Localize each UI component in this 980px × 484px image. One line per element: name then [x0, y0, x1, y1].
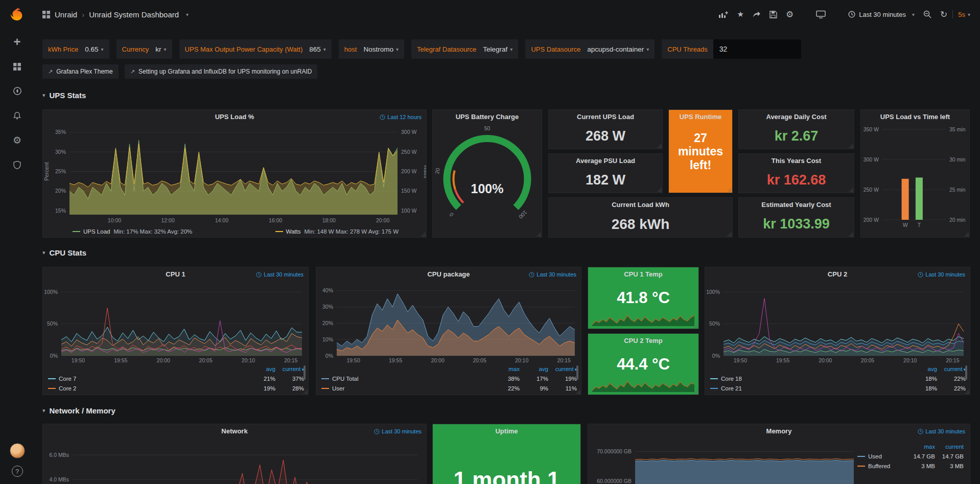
panel-resize-handle[interactable] [964, 232, 969, 237]
share-button[interactable] [753, 11, 761, 18]
panel-title[interactable]: This Years Cost [739, 154, 854, 168]
panel-resize-handle[interactable] [727, 188, 732, 192]
memory-chart[interactable]: 50.000000 GB60.000000 GB70.000000 GB [588, 439, 860, 484]
sidebar-alerting-button[interactable] [0, 103, 34, 128]
panel-title[interactable]: CPU 2 Temp [588, 334, 698, 348]
link-ups-monitoring-guide[interactable]: ↗ Setting up Grafana and InfluxDB for UP… [125, 64, 318, 79]
legend-sort-max[interactable]: max [906, 444, 935, 450]
variable-value-dropdown[interactable]: Nostromo▾ [362, 45, 404, 53]
panel-title[interactable]: Current UPS Load [549, 110, 662, 124]
cycle-view-button[interactable] [816, 10, 826, 18]
panel-title[interactable]: Estimated Yearly Cost [739, 198, 854, 212]
chevron-down-icon[interactable]: ▾ [186, 12, 189, 17]
legend-value: 38% [491, 376, 520, 382]
cpu1-chart[interactable]: 0%50%100%19:5019:5520:0020:0520:1020:15 [43, 282, 308, 365]
panel-resize-handle[interactable] [536, 232, 541, 237]
variable-value-dropdown[interactable]: apcupsd-container▾ [586, 45, 655, 53]
row-header-network-memory[interactable]: ▾ Network / Memory [42, 406, 115, 415]
sidebar-dashboards-button[interactable] [0, 54, 34, 79]
legend-scrollbar[interactable] [576, 365, 578, 380]
stat-value: 182 W [549, 172, 662, 188]
legend-scrollbar[interactable] [965, 365, 967, 380]
panel-title[interactable]: UPS Battery Charge [433, 110, 542, 124]
variable-value-dropdown[interactable]: 865▾ [308, 45, 332, 53]
legend-sort-current[interactable]: current▾ [548, 366, 577, 372]
network-chart[interactable]: 2.0 MBs4.0 MBs6.0 MBs [43, 439, 426, 484]
sidebar-configuration-button[interactable]: ⚙ [0, 128, 34, 152]
ups-load-chart[interactable]: 15%20%25%30%35%100 W150 W200 W250 W300 W… [43, 124, 426, 225]
legend-series[interactable]: User [321, 385, 491, 391]
panel-title[interactable]: Uptime [433, 424, 580, 439]
sidebar-create-button[interactable]: + [0, 30, 34, 54]
svg-text:W: W [903, 222, 908, 228]
panel-title[interactable]: Network [43, 424, 426, 439]
refresh-interval-picker[interactable]: 5s ▾ [958, 11, 970, 18]
legend-sort-avg[interactable]: avg [247, 366, 275, 372]
dashboard-settings-button[interactable]: ⚙ [786, 9, 794, 20]
variable-value-dropdown[interactable]: 0.65▾ [84, 45, 109, 53]
variable-value-dropdown[interactable]: Telegraf▾ [482, 45, 518, 53]
legend-series[interactable]: Buffered [857, 463, 906, 469]
panel-title[interactable]: UPS Load vs Time left [861, 110, 969, 124]
panel-resize-handle[interactable] [849, 144, 853, 148]
add-panel-button[interactable] [718, 11, 728, 18]
panel-title[interactable]: UPS Load % [43, 110, 426, 124]
variable-value-dropdown[interactable]: kr▾ [154, 45, 172, 53]
panel-title[interactable]: Current Load kWh [549, 198, 732, 212]
save-button[interactable] [769, 11, 777, 18]
cpu-package-chart[interactable]: 0%10%20%30%40%19:5019:5520:0020:0520:102… [316, 282, 581, 365]
panel-resize-handle[interactable] [849, 188, 853, 192]
legend-sort-avg[interactable]: avg [908, 366, 937, 372]
legend-value: 22% [937, 376, 966, 382]
legend-series[interactable]: CPU Total [321, 376, 491, 382]
legend-scrollbar[interactable] [304, 365, 306, 380]
panel-resize-handle[interactable] [849, 232, 853, 237]
legend-sort-current[interactable]: current [935, 444, 964, 450]
panel-title[interactable]: Average PSU Load [549, 154, 662, 168]
cpu-threads-input[interactable] [713, 39, 801, 59]
legend-sort-avg[interactable]: avg [520, 366, 548, 372]
link-grafana-plex-theme[interactable]: ↗ Grafana Plex Theme [42, 64, 119, 79]
panel-resize-handle[interactable] [657, 144, 662, 148]
star-button[interactable]: ★ [737, 10, 743, 19]
help-button[interactable]: ? [12, 466, 23, 477]
clock-icon [380, 114, 385, 120]
row-header-cpu-stats[interactable]: ▾ CPU Stats [42, 248, 86, 257]
panel-title[interactable]: CPU 1 Temp [588, 267, 698, 282]
grafana-logo[interactable] [0, 0, 34, 30]
user-avatar[interactable] [10, 443, 25, 458]
breadcrumb-folder[interactable]: Unraid [55, 10, 77, 19]
cpu2-chart[interactable]: 0%50%100%19:5019:5520:0020:0520:1020:15 [705, 282, 970, 365]
sidebar-server-admin-button[interactable] [0, 152, 34, 177]
legend-series[interactable]: UPS Load Min: 17% Max: 32% Avg: 20% [73, 228, 192, 235]
legend-sort-current[interactable]: current▾ [937, 366, 966, 372]
legend-series[interactable]: Watts Min: 148 W Max: 278 W Avg: 175 W [275, 228, 399, 235]
ups-load-vs-time-chart[interactable]: 200 W250 W300 W350 W20 min25 min30 min35… [861, 124, 969, 229]
svg-text:19:50: 19:50 [72, 357, 85, 363]
legend-series[interactable]: Used [857, 453, 906, 459]
divider [952, 10, 953, 18]
zoom-out-button[interactable] [923, 10, 931, 18]
panel-title[interactable]: Average Daily Cost [739, 110, 854, 124]
svg-text:20%: 20% [55, 188, 66, 194]
sidebar-explore-button[interactable] [0, 79, 34, 103]
legend-series[interactable]: Core 7 [48, 376, 247, 382]
legend-sort-max[interactable]: max [491, 366, 520, 372]
legend-sort-current[interactable]: current▾ [275, 366, 304, 372]
panel-resize-handle[interactable] [421, 232, 426, 237]
row-header-ups-stats[interactable]: ▾ UPS Stats [42, 91, 86, 100]
legend-series[interactable]: Core 18 [710, 376, 908, 382]
svg-text:250 W: 250 W [401, 149, 416, 155]
legend-series[interactable]: Core 2 [48, 385, 247, 391]
panel-title[interactable]: UPS Runtime [669, 110, 732, 124]
breadcrumb-dashboard-title[interactable]: Unraid System Dashboard [89, 10, 179, 19]
refresh-button[interactable]: ↻ [940, 9, 947, 20]
panel-resize-handle[interactable] [727, 232, 732, 237]
navbar-actions: ★ ⚙ Last 30 minutes [718, 9, 970, 20]
panel-resize-handle[interactable] [657, 188, 662, 192]
legend-row: Core 21 18% 22% [710, 383, 966, 393]
time-range-picker[interactable]: Last 30 minutes ▾ [848, 11, 915, 18]
legend-series[interactable]: Core 21 [710, 385, 908, 391]
variable-label: kWh Price [42, 45, 84, 53]
panel-title[interactable]: Memory [588, 424, 970, 439]
